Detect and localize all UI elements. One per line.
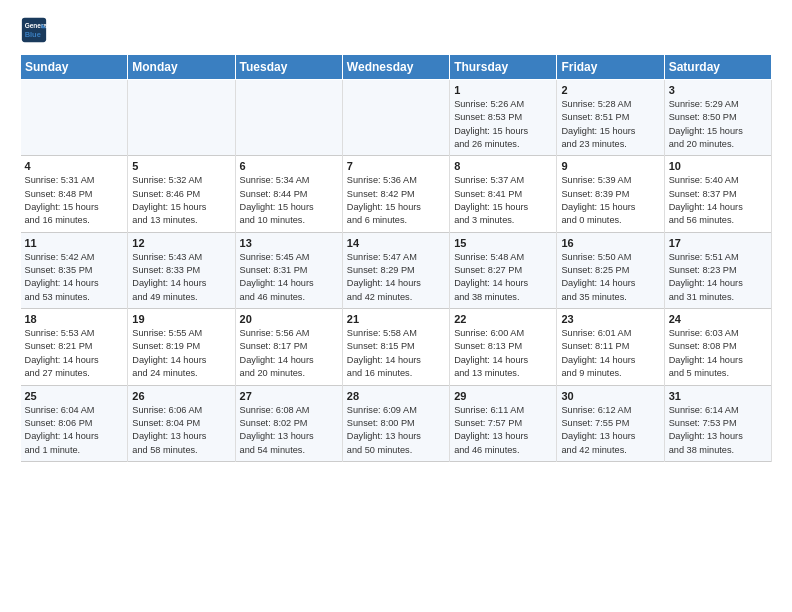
- day-info: Sunrise: 6:14 AM Sunset: 7:53 PM Dayligh…: [669, 404, 767, 457]
- day-info: Sunrise: 5:58 AM Sunset: 8:15 PM Dayligh…: [347, 327, 445, 380]
- calendar-cell: 10Sunrise: 5:40 AM Sunset: 8:37 PM Dayli…: [664, 156, 771, 232]
- day-info: Sunrise: 6:08 AM Sunset: 8:02 PM Dayligh…: [240, 404, 338, 457]
- day-info: Sunrise: 5:51 AM Sunset: 8:23 PM Dayligh…: [669, 251, 767, 304]
- day-info: Sunrise: 5:43 AM Sunset: 8:33 PM Dayligh…: [132, 251, 230, 304]
- calendar-cell: 24Sunrise: 6:03 AM Sunset: 8:08 PM Dayli…: [664, 309, 771, 385]
- day-number: 30: [561, 390, 659, 402]
- day-number: 29: [454, 390, 552, 402]
- calendar-cell: 6Sunrise: 5:34 AM Sunset: 8:44 PM Daylig…: [235, 156, 342, 232]
- calendar-cell: 9Sunrise: 5:39 AM Sunset: 8:39 PM Daylig…: [557, 156, 664, 232]
- calendar-cell: 16Sunrise: 5:50 AM Sunset: 8:25 PM Dayli…: [557, 232, 664, 308]
- calendar-cell: 29Sunrise: 6:11 AM Sunset: 7:57 PM Dayli…: [450, 385, 557, 461]
- day-info: Sunrise: 5:55 AM Sunset: 8:19 PM Dayligh…: [132, 327, 230, 380]
- day-info: Sunrise: 5:26 AM Sunset: 8:53 PM Dayligh…: [454, 98, 552, 151]
- day-info: Sunrise: 5:53 AM Sunset: 8:21 PM Dayligh…: [25, 327, 124, 380]
- day-info: Sunrise: 5:56 AM Sunset: 8:17 PM Dayligh…: [240, 327, 338, 380]
- day-number: 20: [240, 313, 338, 325]
- day-number: 17: [669, 237, 767, 249]
- calendar-cell: 21Sunrise: 5:58 AM Sunset: 8:15 PM Dayli…: [342, 309, 449, 385]
- day-number: 27: [240, 390, 338, 402]
- day-info: Sunrise: 5:47 AM Sunset: 8:29 PM Dayligh…: [347, 251, 445, 304]
- day-info: Sunrise: 5:28 AM Sunset: 8:51 PM Dayligh…: [561, 98, 659, 151]
- day-number: 2: [561, 84, 659, 96]
- weekday-header-wednesday: Wednesday: [342, 55, 449, 80]
- calendar-cell: 27Sunrise: 6:08 AM Sunset: 8:02 PM Dayli…: [235, 385, 342, 461]
- calendar-header-row: SundayMondayTuesdayWednesdayThursdayFrid…: [21, 55, 772, 80]
- calendar-cell: [21, 80, 128, 156]
- calendar-cell: 18Sunrise: 5:53 AM Sunset: 8:21 PM Dayli…: [21, 309, 128, 385]
- day-info: Sunrise: 5:37 AM Sunset: 8:41 PM Dayligh…: [454, 174, 552, 227]
- weekday-header-monday: Monday: [128, 55, 235, 80]
- calendar-cell: 23Sunrise: 6:01 AM Sunset: 8:11 PM Dayli…: [557, 309, 664, 385]
- calendar-cell: 22Sunrise: 6:00 AM Sunset: 8:13 PM Dayli…: [450, 309, 557, 385]
- calendar-week-row: 18Sunrise: 5:53 AM Sunset: 8:21 PM Dayli…: [21, 309, 772, 385]
- calendar-week-row: 1Sunrise: 5:26 AM Sunset: 8:53 PM Daylig…: [21, 80, 772, 156]
- calendar-cell: 8Sunrise: 5:37 AM Sunset: 8:41 PM Daylig…: [450, 156, 557, 232]
- day-info: Sunrise: 5:45 AM Sunset: 8:31 PM Dayligh…: [240, 251, 338, 304]
- day-info: Sunrise: 6:03 AM Sunset: 8:08 PM Dayligh…: [669, 327, 767, 380]
- calendar-cell: 31Sunrise: 6:14 AM Sunset: 7:53 PM Dayli…: [664, 385, 771, 461]
- logo-icon: General Blue: [20, 16, 48, 44]
- day-info: Sunrise: 6:04 AM Sunset: 8:06 PM Dayligh…: [25, 404, 124, 457]
- day-info: Sunrise: 6:00 AM Sunset: 8:13 PM Dayligh…: [454, 327, 552, 380]
- day-info: Sunrise: 5:29 AM Sunset: 8:50 PM Dayligh…: [669, 98, 767, 151]
- calendar-table: SundayMondayTuesdayWednesdayThursdayFrid…: [20, 54, 772, 462]
- calendar-cell: 17Sunrise: 5:51 AM Sunset: 8:23 PM Dayli…: [664, 232, 771, 308]
- svg-text:Blue: Blue: [25, 30, 41, 39]
- day-number: 12: [132, 237, 230, 249]
- weekday-header-saturday: Saturday: [664, 55, 771, 80]
- day-number: 28: [347, 390, 445, 402]
- calendar-week-row: 11Sunrise: 5:42 AM Sunset: 8:35 PM Dayli…: [21, 232, 772, 308]
- calendar-cell: 5Sunrise: 5:32 AM Sunset: 8:46 PM Daylig…: [128, 156, 235, 232]
- day-number: 6: [240, 160, 338, 172]
- calendar-cell: 14Sunrise: 5:47 AM Sunset: 8:29 PM Dayli…: [342, 232, 449, 308]
- calendar-cell: 12Sunrise: 5:43 AM Sunset: 8:33 PM Dayli…: [128, 232, 235, 308]
- day-info: Sunrise: 5:48 AM Sunset: 8:27 PM Dayligh…: [454, 251, 552, 304]
- day-number: 7: [347, 160, 445, 172]
- calendar-cell: 3Sunrise: 5:29 AM Sunset: 8:50 PM Daylig…: [664, 80, 771, 156]
- calendar-cell: 30Sunrise: 6:12 AM Sunset: 7:55 PM Dayli…: [557, 385, 664, 461]
- day-number: 23: [561, 313, 659, 325]
- day-info: Sunrise: 6:12 AM Sunset: 7:55 PM Dayligh…: [561, 404, 659, 457]
- calendar-cell: 15Sunrise: 5:48 AM Sunset: 8:27 PM Dayli…: [450, 232, 557, 308]
- day-number: 9: [561, 160, 659, 172]
- calendar-cell: 25Sunrise: 6:04 AM Sunset: 8:06 PM Dayli…: [21, 385, 128, 461]
- calendar-cell: 4Sunrise: 5:31 AM Sunset: 8:48 PM Daylig…: [21, 156, 128, 232]
- day-number: 8: [454, 160, 552, 172]
- calendar-cell: 20Sunrise: 5:56 AM Sunset: 8:17 PM Dayli…: [235, 309, 342, 385]
- day-number: 3: [669, 84, 767, 96]
- day-number: 22: [454, 313, 552, 325]
- weekday-header-tuesday: Tuesday: [235, 55, 342, 80]
- day-info: Sunrise: 5:39 AM Sunset: 8:39 PM Dayligh…: [561, 174, 659, 227]
- calendar-cell: 19Sunrise: 5:55 AM Sunset: 8:19 PM Dayli…: [128, 309, 235, 385]
- weekday-header-sunday: Sunday: [21, 55, 128, 80]
- day-number: 1: [454, 84, 552, 96]
- day-info: Sunrise: 5:50 AM Sunset: 8:25 PM Dayligh…: [561, 251, 659, 304]
- day-number: 4: [25, 160, 124, 172]
- day-info: Sunrise: 5:42 AM Sunset: 8:35 PM Dayligh…: [25, 251, 124, 304]
- day-number: 15: [454, 237, 552, 249]
- calendar-cell: [342, 80, 449, 156]
- page: General Blue SundayMondayTuesdayWednesda…: [0, 0, 792, 472]
- day-info: Sunrise: 5:36 AM Sunset: 8:42 PM Dayligh…: [347, 174, 445, 227]
- calendar-cell: 26Sunrise: 6:06 AM Sunset: 8:04 PM Dayli…: [128, 385, 235, 461]
- calendar-cell: 1Sunrise: 5:26 AM Sunset: 8:53 PM Daylig…: [450, 80, 557, 156]
- day-info: Sunrise: 5:31 AM Sunset: 8:48 PM Dayligh…: [25, 174, 124, 227]
- calendar-cell: 2Sunrise: 5:28 AM Sunset: 8:51 PM Daylig…: [557, 80, 664, 156]
- weekday-header-friday: Friday: [557, 55, 664, 80]
- day-number: 31: [669, 390, 767, 402]
- day-number: 24: [669, 313, 767, 325]
- day-info: Sunrise: 6:11 AM Sunset: 7:57 PM Dayligh…: [454, 404, 552, 457]
- calendar-cell: 13Sunrise: 5:45 AM Sunset: 8:31 PM Dayli…: [235, 232, 342, 308]
- calendar-week-row: 25Sunrise: 6:04 AM Sunset: 8:06 PM Dayli…: [21, 385, 772, 461]
- day-info: Sunrise: 6:01 AM Sunset: 8:11 PM Dayligh…: [561, 327, 659, 380]
- day-number: 16: [561, 237, 659, 249]
- day-info: Sunrise: 5:40 AM Sunset: 8:37 PM Dayligh…: [669, 174, 767, 227]
- day-info: Sunrise: 6:06 AM Sunset: 8:04 PM Dayligh…: [132, 404, 230, 457]
- calendar-cell: 28Sunrise: 6:09 AM Sunset: 8:00 PM Dayli…: [342, 385, 449, 461]
- calendar-week-row: 4Sunrise: 5:31 AM Sunset: 8:48 PM Daylig…: [21, 156, 772, 232]
- calendar-cell: 7Sunrise: 5:36 AM Sunset: 8:42 PM Daylig…: [342, 156, 449, 232]
- calendar-cell: [128, 80, 235, 156]
- calendar-cell: 11Sunrise: 5:42 AM Sunset: 8:35 PM Dayli…: [21, 232, 128, 308]
- day-info: Sunrise: 5:32 AM Sunset: 8:46 PM Dayligh…: [132, 174, 230, 227]
